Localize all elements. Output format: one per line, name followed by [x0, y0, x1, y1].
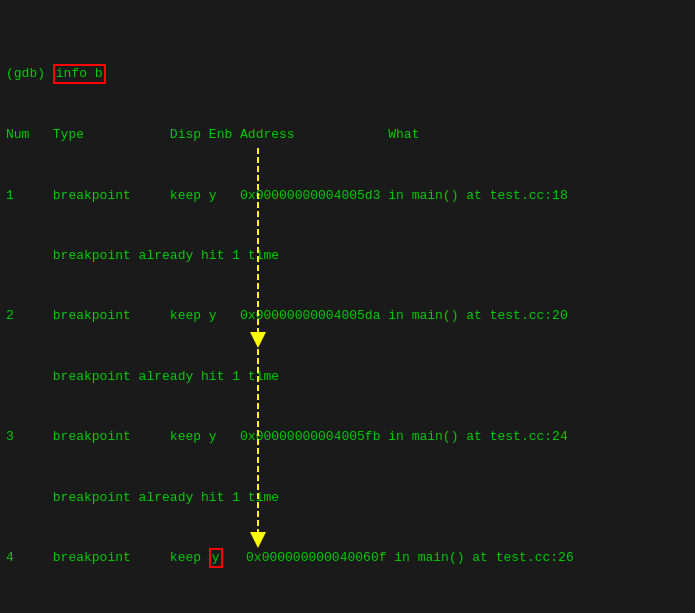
bp-1-2: 2 breakpoint keep y 0x00000000004005da i… — [6, 306, 689, 326]
terminal: (gdb) info b Num Type Disp Enb Address W… — [0, 0, 695, 613]
gdb-line-1: (gdb) info b — [6, 64, 689, 84]
header-1: Num Type Disp Enb Address What — [6, 125, 689, 145]
bp-1-2-hit: breakpoint already hit 1 time — [6, 367, 689, 387]
bp-1-3-hit: breakpoint already hit 1 time — [6, 488, 689, 508]
bp-1-4-hit: breakpoint already hit 1 time — [6, 609, 689, 613]
bp-1-1: 1 breakpoint keep y 0x00000000004005d3 i… — [6, 186, 689, 206]
cmd-info-b-1: info b — [53, 64, 106, 84]
bp-1-1-hit: breakpoint already hit 1 time — [6, 246, 689, 266]
bp-1-3: 3 breakpoint keep y 0x00000000004005fb i… — [6, 427, 689, 447]
prompt-1: (gdb) — [6, 67, 53, 82]
enb-y-1: y — [209, 548, 223, 568]
bp-1-4: 4 breakpoint keep y 0x000000000040060f i… — [6, 548, 689, 568]
